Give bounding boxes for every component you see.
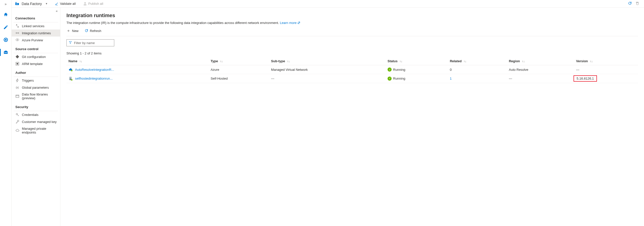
sidebar-label: Customer managed key xyxy=(22,120,57,124)
ir-name-link[interactable]: AutoResolveIntegrationR... xyxy=(75,68,114,72)
sidebar-item-credentials[interactable]: Credentials xyxy=(12,111,60,118)
region-cell: Auto Resolve xyxy=(507,65,574,74)
manage-sidebar: « Connections Linked services Integratio… xyxy=(12,8,60,226)
sidebar-item-linked-services[interactable]: Linked services xyxy=(12,22,60,29)
subtype-cell: --- xyxy=(269,74,386,83)
section-header-author: Author xyxy=(12,67,60,77)
factory-icon xyxy=(15,1,19,6)
chevron-down-icon: ▾ xyxy=(46,2,47,5)
page-description: The integration runtime (IR) is the comp… xyxy=(66,21,638,25)
col-name[interactable]: Name↑↓ xyxy=(66,57,209,65)
sidebar-item-mpe[interactable]: Managed private endpoints xyxy=(12,125,60,136)
plus-icon: ＋ xyxy=(66,28,70,34)
product-label: Data Factory xyxy=(22,2,42,6)
col-subtype[interactable]: Sub-type↑↓ xyxy=(269,57,386,65)
status-ok-icon: ✓ xyxy=(388,68,392,72)
validate-all-button[interactable]: Validate all xyxy=(55,2,76,6)
subtype-cell: Managed Virtual Network xyxy=(269,65,386,74)
learn-more-link[interactable]: Learn more xyxy=(280,21,300,25)
related-value: 0 xyxy=(450,68,451,72)
svg-rect-8 xyxy=(17,4,17,5)
main-pane: Integration runtimes The integration run… xyxy=(60,8,644,226)
cloud-endpoint-icon xyxy=(15,128,19,133)
rail-manage[interactable] xyxy=(2,48,10,56)
rail-home[interactable] xyxy=(2,11,10,19)
svg-rect-5 xyxy=(4,52,7,53)
publish-all-button[interactable]: Publish all xyxy=(83,2,103,6)
sidebar-label: Linked services xyxy=(22,24,45,28)
refresh-button[interactable]: Refresh xyxy=(85,29,101,33)
rail-monitor[interactable] xyxy=(2,36,10,44)
page-title: Integration runtimes xyxy=(66,13,638,18)
sidebar-label: Managed private endpoints xyxy=(22,127,58,134)
sidebar-label: ARM template xyxy=(22,62,43,66)
sidebar-label: Git configuration xyxy=(22,55,46,59)
publish-label: Publish all xyxy=(88,2,103,6)
region-cell: --- xyxy=(507,74,574,83)
ir-table: Name↑↓ Type↑↓ Sub-type↑↓ Status↑↓ Relate… xyxy=(66,57,638,83)
ir-name-link[interactable]: selfhostedintegrationrun... xyxy=(75,77,113,80)
sidebar-label: Triggers xyxy=(22,79,34,82)
col-status[interactable]: Status↑↓ xyxy=(386,57,448,65)
svg-point-9 xyxy=(16,33,17,34)
sort-icon: ↑↓ xyxy=(464,60,466,63)
refresh-label: Refresh xyxy=(90,29,101,33)
sidebar-item-git[interactable]: Git configuration xyxy=(12,53,60,60)
sort-icon: ↑↓ xyxy=(522,60,525,63)
col-related[interactable]: Related↑↓ xyxy=(448,57,507,65)
new-label: New xyxy=(72,29,79,33)
sidebar-label: Data flow libraries (preview) xyxy=(22,92,58,100)
sidebar-item-triggers[interactable]: Triggers xyxy=(12,77,60,84)
refresh-top-icon[interactable] xyxy=(628,1,632,6)
sidebar-label: Azure Purview xyxy=(22,38,43,42)
ir-server-icon xyxy=(68,76,73,81)
libraries-icon xyxy=(15,94,19,98)
svg-rect-4 xyxy=(5,51,7,51)
related-link[interactable]: 1 xyxy=(450,77,451,80)
collapse-sidebar-icon[interactable]: « xyxy=(12,9,60,13)
filter-box[interactable] xyxy=(66,39,114,46)
svg-rect-13 xyxy=(17,63,18,64)
svg-point-10 xyxy=(18,33,19,34)
section-header-source-control: Source control xyxy=(12,44,60,53)
col-type[interactable]: Type↑↓ xyxy=(209,57,269,65)
col-version[interactable]: Version↑↓ xyxy=(574,57,638,65)
sidebar-item-global-params[interactable]: (x) Global parameters xyxy=(12,84,60,91)
svg-text:(x): (x) xyxy=(16,86,19,89)
svg-point-11 xyxy=(17,39,18,40)
delete-top-icon[interactable] xyxy=(635,1,639,6)
new-button[interactable]: ＋ New xyxy=(66,28,79,34)
publish-icon xyxy=(83,2,87,6)
triggers-icon xyxy=(15,78,19,82)
rail-author[interactable] xyxy=(2,23,10,31)
version-value: --- xyxy=(576,68,579,72)
status-ok-icon: ✓ xyxy=(388,77,392,81)
sidebar-label: Credentials xyxy=(22,113,39,117)
integration-runtimes-icon xyxy=(15,31,19,35)
sidebar-item-arm[interactable]: ARM template xyxy=(12,60,60,67)
icon-rail: » xyxy=(0,0,12,226)
svg-rect-15 xyxy=(16,95,19,98)
git-icon xyxy=(15,55,19,59)
validate-icon xyxy=(55,2,58,6)
status-text: Running xyxy=(393,68,405,72)
col-region[interactable]: Region↑↓ xyxy=(507,57,574,65)
purview-icon xyxy=(15,38,19,42)
expand-rail-icon[interactable]: » xyxy=(5,2,7,6)
sort-icon: ↑↓ xyxy=(590,60,593,63)
linked-services-icon xyxy=(15,24,19,28)
sidebar-item-integration-runtimes[interactable]: Integration runtimes xyxy=(12,29,60,37)
filter-input[interactable] xyxy=(74,41,112,45)
item-count: Showing 1 - 2 of 2 items xyxy=(66,51,638,55)
product-selector[interactable]: Data Factory ▾ xyxy=(15,1,47,6)
sort-icon: ↑↓ xyxy=(220,60,223,63)
type-cell: Azure xyxy=(209,65,269,74)
sidebar-item-cmk[interactable]: Customer managed key xyxy=(12,118,60,125)
section-header-security: Security xyxy=(12,102,60,111)
ir-cloud-icon xyxy=(68,67,73,72)
sidebar-item-azure-purview[interactable]: Azure Purview xyxy=(12,37,60,44)
arm-icon xyxy=(15,62,19,66)
svg-point-2 xyxy=(5,39,7,41)
version-highlight: 5.16.8126.1 xyxy=(574,75,597,82)
sidebar-item-libraries[interactable]: Data flow libraries (preview) xyxy=(12,91,60,102)
